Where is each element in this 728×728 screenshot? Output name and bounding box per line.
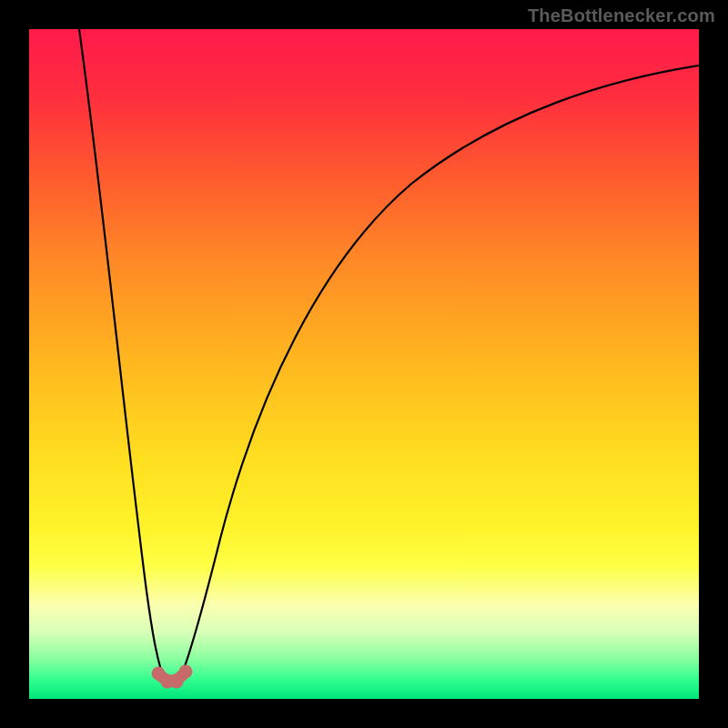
bottleneck-curve [29, 29, 699, 699]
curve-markers [152, 665, 193, 689]
curve-right-branch [178, 66, 699, 682]
curve-marker [179, 665, 193, 679]
watermark-text: TheBottlenecker.com [528, 5, 715, 26]
outer-frame: TheBottlenecker.com [0, 0, 728, 728]
curve-left-branch [79, 29, 166, 682]
plot-area [29, 29, 699, 699]
